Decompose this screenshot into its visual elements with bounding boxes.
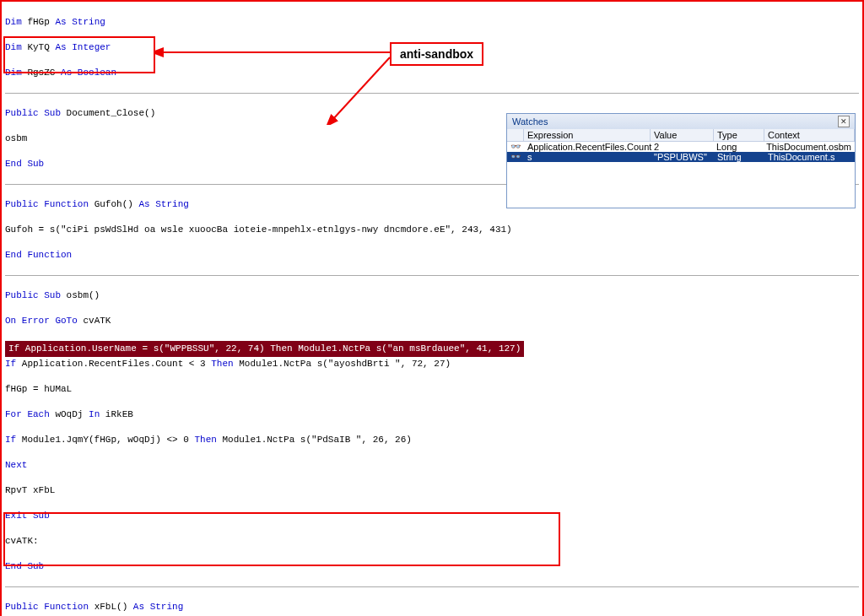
watches-rows[interactable]: 👓 Application.RecentFiles.Count 2 Long T…: [507, 142, 855, 208]
kw-dim: Dim: [5, 17, 22, 27]
glasses-icon: 👓: [507, 142, 524, 152]
col-expression[interactable]: Expression: [524, 129, 651, 141]
glasses-icon: 👓: [507, 152, 524, 162]
watch-row-selected[interactable]: 👓 s "PSPUBWS" String ThisDocument.s: [507, 152, 855, 162]
annotation-box-document-close: [3, 36, 155, 73]
watches-panel[interactable]: Watches ✕ Expression Value Type Context …: [506, 113, 856, 208]
watches-columns-header: Expression Value Type Context: [507, 129, 855, 142]
col-value[interactable]: Value: [651, 129, 714, 141]
watch-row[interactable]: 👓 Application.RecentFiles.Count 2 Long T…: [507, 142, 855, 152]
annotation-box-function-s: [3, 512, 560, 566]
highlighted-anti-sandbox-line: If Application.UserName = s("WPPBSSU", 2…: [5, 341, 524, 357]
col-type[interactable]: Type: [714, 129, 764, 141]
close-icon[interactable]: ✕: [838, 116, 850, 127]
watches-title-bar[interactable]: Watches ✕: [507, 114, 855, 129]
col-context[interactable]: Context: [764, 129, 855, 141]
watches-title-text: Watches: [512, 116, 548, 127]
annotation-label: anti-sandbox: [390, 42, 483, 66]
